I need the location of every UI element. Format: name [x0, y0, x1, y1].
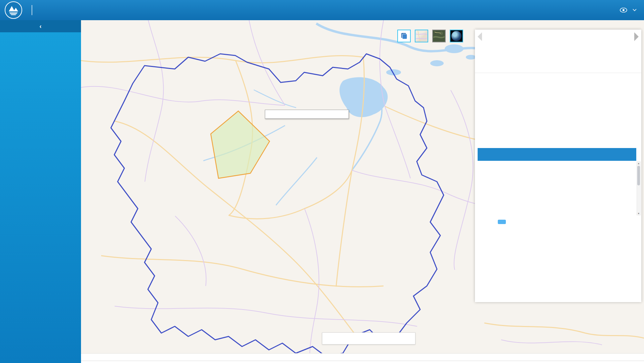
year-prev-arrow[interactable] [478, 32, 482, 41]
legend-swatch [498, 220, 506, 224]
street-basemap-button[interactable] [415, 30, 428, 42]
sidebar: ‹ [0, 20, 81, 363]
measure-polygon [211, 111, 270, 178]
street-basemap-thumb [416, 31, 427, 41]
basemap-switcher [397, 30, 463, 42]
year-next-arrow[interactable] [634, 32, 639, 41]
app-logo [5, 1, 22, 19]
layers-button[interactable] [397, 30, 411, 42]
year-selector [475, 30, 641, 44]
map-bottom-strip [81, 353, 644, 363]
scroll-down-icon[interactable]: ▼ [637, 212, 640, 215]
stat-tabs [475, 58, 641, 73]
province-boundary [111, 54, 444, 357]
satellite-basemap-button[interactable] [432, 30, 446, 42]
user-menu[interactable] [620, 0, 637, 20]
app-root: ‹ ▲ ▼ [0, 0, 644, 363]
area-tooltip [265, 110, 349, 119]
stats-table-header [478, 148, 636, 161]
globe-basemap-button[interactable] [450, 30, 463, 42]
table-scrollbar[interactable]: ▲ ▼ [637, 161, 641, 215]
layers-icon [400, 32, 408, 40]
scrollbar-thumb[interactable] [637, 166, 640, 185]
stats-table-body [478, 161, 636, 215]
mountain-logo-icon [7, 3, 20, 17]
stats-panel: ▲ ▼ [475, 30, 641, 302]
sidebar-collapse-button[interactable]: ‹ [0, 20, 81, 32]
chart-header [478, 217, 639, 226]
chevron-down-icon [633, 9, 637, 11]
region-selects [475, 45, 641, 55]
globe-thumb [451, 31, 461, 41]
cursor-coordinates [84, 342, 86, 347]
header-divider [32, 5, 32, 15]
satellite-basemap-thumb [433, 31, 445, 41]
eye-icon [620, 8, 627, 12]
scroll-up-icon[interactable]: ▲ [637, 162, 640, 165]
map-bottom-line [81, 361, 644, 361]
app-header [0, 0, 644, 20]
survey-bar-chart [475, 230, 641, 302]
map-toolbar [322, 332, 415, 344]
chart-legend [498, 220, 508, 224]
